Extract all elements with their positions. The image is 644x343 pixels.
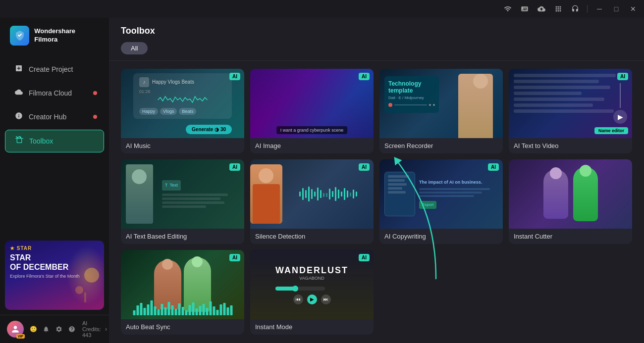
card-ai-text-to-video[interactable]: AI ▶ bbox=[509, 69, 632, 153]
card-thumb-ai-image: AI I want a grand cyberpunk scene bbox=[250, 69, 374, 138]
card-ai-music[interactable]: AI ♪ Happy Vlogs Beats 01:26 bbox=[121, 69, 244, 153]
svg-rect-2 bbox=[84, 293, 86, 302]
promo-subtitle: Explore Filmora's Star of the Month bbox=[10, 274, 99, 279]
svg-rect-19 bbox=[347, 191, 348, 197]
sidebar-item-toolbox[interactable]: Toolbox bbox=[5, 130, 104, 152]
card-instant-cutter[interactable]: Instant Cutter bbox=[509, 159, 632, 244]
card-silence-detection[interactable]: AI bbox=[250, 159, 374, 244]
logo-icon bbox=[10, 26, 29, 46]
content-header: Toolbox All bbox=[109, 18, 644, 61]
filter-all-btn[interactable]: All bbox=[121, 42, 148, 54]
bell-icon[interactable] bbox=[41, 324, 52, 335]
music-card-inner: ♪ Happy Vlogs Beats 01:26 Happy bbox=[133, 73, 232, 119]
apps-grid-icon[interactable] bbox=[551, 2, 565, 16]
name-editor-btn: Name editor bbox=[594, 127, 628, 134]
svg-rect-21 bbox=[353, 190, 354, 198]
headphone-icon[interactable] bbox=[568, 2, 582, 16]
vip-badge: VIP bbox=[16, 334, 25, 339]
svg-rect-30 bbox=[158, 309, 160, 315]
titlebar: ─ □ ✕ bbox=[0, 0, 644, 18]
svg-rect-14 bbox=[332, 191, 333, 197]
footer-chevron-icon[interactable]: › bbox=[105, 326, 107, 333]
svg-rect-23 bbox=[133, 310, 136, 315]
card-ai-text-based-editing[interactable]: AI T Text bbox=[121, 159, 244, 244]
instant-mode-screen: WANDERLUST VAGABOND ⏮ ▶ bbox=[250, 250, 374, 319]
card-ai-copywriting[interactable]: AI The bbox=[379, 159, 503, 244]
generate-button[interactable]: Generate ◑ 30 bbox=[186, 125, 232, 134]
svg-rect-29 bbox=[154, 306, 157, 315]
svg-rect-46 bbox=[213, 306, 215, 315]
sidebar-item-creator-hub[interactable]: Creator Hub bbox=[5, 106, 104, 128]
create-project-icon bbox=[15, 64, 23, 74]
svg-rect-35 bbox=[175, 309, 177, 315]
svg-rect-38 bbox=[185, 310, 188, 315]
sidebar-item-create-project[interactable]: Create Project bbox=[5, 58, 104, 80]
svg-rect-15 bbox=[335, 187, 336, 201]
tag-happy: Happy bbox=[139, 108, 158, 115]
sidebar-item-filmora-cloud[interactable]: Filmora Cloud bbox=[5, 82, 104, 104]
beat-waveform bbox=[125, 300, 240, 315]
ai-badge-text-to-video: AI bbox=[617, 73, 628, 80]
svg-rect-22 bbox=[356, 192, 357, 196]
card-instant-mode[interactable]: AI WANDERLUST VAGABOND bbox=[250, 250, 374, 335]
svg-rect-41 bbox=[196, 308, 198, 315]
filmora-cloud-icon bbox=[15, 88, 23, 98]
svg-rect-9 bbox=[317, 188, 319, 200]
notification-dot-2 bbox=[93, 115, 97, 119]
svg-rect-50 bbox=[227, 307, 229, 315]
svg-rect-4 bbox=[302, 188, 304, 200]
svg-point-1 bbox=[75, 286, 83, 294]
svg-rect-6 bbox=[308, 187, 310, 201]
svg-rect-31 bbox=[161, 304, 163, 315]
card-thumb-instant-mode: AI WANDERLUST VAGABOND bbox=[250, 250, 374, 319]
ai-badge-music: AI bbox=[229, 73, 240, 80]
card-label-silence-detection: Silence Detection bbox=[250, 229, 374, 244]
card-label-ai-copywriting: AI Copywriting bbox=[379, 229, 503, 244]
music-title: Happy Vlogs Beats bbox=[152, 79, 194, 85]
card-ai-image[interactable]: AI I want a grand cyberpunk scene AI Ima… bbox=[250, 69, 374, 153]
svg-rect-10 bbox=[320, 190, 322, 198]
keyboard-icon[interactable] bbox=[518, 2, 532, 16]
content-area: Toolbox All AI ♪ Happy Vlogs Beats bbox=[109, 18, 644, 343]
emoji-icon[interactable]: 🙂 bbox=[28, 324, 39, 335]
card-auto-beat-sync[interactable]: AI bbox=[121, 250, 244, 335]
svg-rect-48 bbox=[220, 304, 222, 315]
help-icon[interactable] bbox=[66, 324, 77, 335]
svg-rect-33 bbox=[168, 302, 170, 315]
svg-rect-36 bbox=[178, 303, 181, 315]
card-label-ai-music: AI Music bbox=[121, 138, 244, 153]
toolbox-icon bbox=[15, 136, 23, 146]
close-icon[interactable]: ✕ bbox=[626, 2, 640, 16]
svg-rect-20 bbox=[350, 193, 351, 196]
svg-rect-3 bbox=[299, 192, 301, 196]
card-thumb-instant-cutter bbox=[509, 159, 632, 229]
promo-eyebrow: ★ STAR bbox=[10, 245, 99, 251]
wifi-icon[interactable] bbox=[501, 2, 515, 16]
card-thumb-auto-beat-sync: AI bbox=[121, 250, 244, 319]
svg-rect-11 bbox=[323, 193, 324, 197]
card-thumb-silence-detection: AI bbox=[250, 159, 374, 229]
instant-mode-sub: VAGABOND bbox=[275, 276, 348, 281]
sidebar-label-creator-hub: Creator Hub bbox=[29, 113, 66, 121]
sidebar: Wondershare Filmora Create Project Filmo… bbox=[0, 18, 109, 343]
svg-rect-16 bbox=[338, 190, 339, 198]
ai-badge-copywriting: AI bbox=[488, 163, 499, 171]
svg-rect-51 bbox=[230, 305, 233, 315]
card-label-ai-image: AI Image bbox=[250, 138, 374, 153]
svg-rect-13 bbox=[329, 189, 330, 199]
card-label-text-based-editing: AI Text Based Editing bbox=[121, 229, 244, 244]
card-screen-recorder[interactable]: Technology template Dall · E / Midjourne… bbox=[379, 69, 503, 153]
sidebar-label-create-project: Create Project bbox=[29, 65, 73, 73]
svg-rect-7 bbox=[311, 189, 313, 199]
maximize-icon[interactable]: □ bbox=[609, 2, 623, 16]
svg-rect-42 bbox=[199, 306, 202, 315]
cloud-upload-icon[interactable] bbox=[535, 2, 548, 16]
svg-rect-24 bbox=[137, 305, 139, 315]
card-thumb-ai-text-to-video: AI ▶ bbox=[509, 69, 632, 138]
minimize-icon[interactable]: ─ bbox=[592, 2, 606, 16]
settings-icon[interactable] bbox=[54, 324, 64, 335]
promo-banner[interactable]: ★ STAR STAROF DECEMBER Explore Filmora's… bbox=[5, 241, 104, 310]
svg-rect-45 bbox=[210, 301, 212, 315]
user-avatar[interactable]: VIP bbox=[7, 321, 24, 338]
app-logo: Wondershare Filmora bbox=[0, 18, 109, 53]
